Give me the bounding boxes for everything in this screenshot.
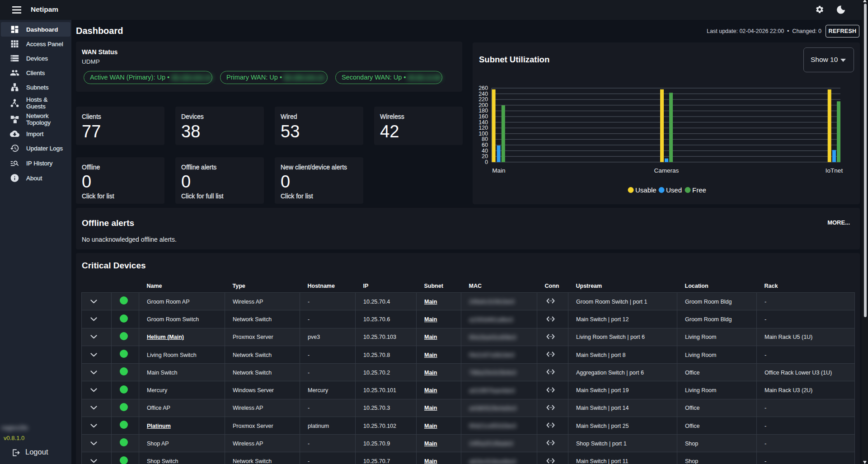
svg-text:0: 0 [485,159,488,165]
svg-text:Free: Free [692,186,706,194]
svg-text:Cameras: Cameras [654,167,679,174]
svg-text:Main: Main [492,167,505,174]
svg-text:IoTnet: IoTnet [826,167,843,174]
svg-text:Usable: Usable [635,186,657,194]
svg-text:Used: Used [666,186,682,194]
